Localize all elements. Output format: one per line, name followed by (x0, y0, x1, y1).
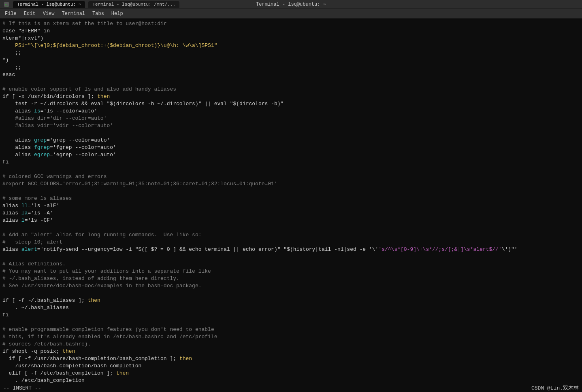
line-22: # colored GCC warnings and errors (2, 173, 580, 180)
terminal-content[interactable]: # If this is an xterm set the title to u… (0, 19, 582, 392)
line-31: # sleep 10; alert (2, 239, 580, 246)
line-6: *) (2, 57, 580, 64)
line-33 (2, 253, 580, 261)
line-1: # If this is an xterm set the title to u… (2, 20, 580, 28)
line-5: ;; (2, 49, 580, 57)
line-39: if [ -f ~/.bash_aliases ]; then (2, 297, 580, 304)
svg-text:>_: >_ (5, 3, 9, 6)
tab-1[interactable]: Terminal - lsq@ubuntu: ~ (13, 1, 85, 8)
line-11: if [ -x /usr/bin/dircolors ]; then (2, 93, 580, 100)
line-48: /usr/sha/bash-completion/bash_completion (2, 362, 580, 370)
terminal-icon: >_ (3, 1, 10, 8)
line-7: ;; (2, 64, 580, 71)
line-35: # You may want to put all your additions… (2, 268, 580, 275)
menu-help[interactable]: Help (108, 10, 126, 17)
line-10: # enable color support of ls and also ad… (2, 86, 580, 93)
line-17: alias grep='grep --color=auto' (2, 137, 580, 144)
line-4: PS1="\[\e]0;${debian_chroot:+($debian_ch… (2, 42, 580, 49)
line-43: # enable programmable completion feature… (2, 326, 580, 333)
line-40: . ~/.bash_aliases (2, 304, 580, 311)
menu-file[interactable]: File (2, 10, 20, 17)
status-mode: -- INSERT -- (3, 385, 41, 391)
line-27: alias la='ls -A' (2, 210, 580, 217)
line-8: esac (2, 71, 580, 78)
window-title: Terminal - lsq@ubuntu: ~ (256, 2, 326, 7)
line-15: #alias vdir='vdir --color=auto' (2, 122, 580, 129)
status-branding: CSDN @Lin.双木林 (531, 384, 579, 392)
line-50: . /etc/bash_completion (2, 377, 580, 384)
menu-view[interactable]: View (40, 10, 58, 17)
line-24 (2, 188, 580, 195)
line-49: elif [ -f /etc/bash_completion ]; then (2, 370, 580, 377)
menu-tabs[interactable]: Tabs (89, 10, 107, 17)
line-18: alias fgrep='fgrep --color=auto' (2, 144, 580, 151)
line-26: alias ll='ls -alF' (2, 202, 580, 210)
menu-edit[interactable]: Edit (21, 10, 39, 17)
line-36: # ~/.bash_aliases, instead of adding the… (2, 275, 580, 282)
line-46: if shopt -q posix; then (2, 348, 580, 355)
status-bar: -- INSERT -- CSDN @Lin.双木林 (0, 384, 582, 392)
line-32: alias alert='notify-send --urgency=low -… (2, 246, 580, 253)
line-29 (2, 224, 580, 231)
line-28: alias l='ls -CF' (2, 217, 580, 224)
line-30: # Add an "alert" alias for long running … (2, 231, 580, 239)
line-25: # some more ls aliases (2, 195, 580, 202)
line-23: #export GCC_COLORS='error=01;31:warning=… (2, 180, 580, 188)
titlebar-left: >_ Terminal - lsq@ubuntu: ~ Terminal - l… (3, 1, 179, 8)
line-16 (2, 129, 580, 137)
line-45: # sources /etc/bash.bashrc). (2, 341, 580, 348)
line-14: #alias dir='dir --color=auto' (2, 115, 580, 122)
line-42 (2, 319, 580, 326)
line-3: xterm*|rxvt*) (2, 35, 580, 42)
titlebar: >_ Terminal - lsq@ubuntu: ~ Terminal - l… (0, 0, 582, 9)
line-41: fi (2, 311, 580, 319)
line-21 (2, 166, 580, 173)
line-44: # this, if it's already enabled in /etc/… (2, 333, 580, 341)
line-37: # See /usr/share/doc/bash-doc/examples i… (2, 282, 580, 290)
line-12: test -r ~/.dircolors && eval "$(dircolor… (2, 100, 580, 108)
line-20: fi (2, 159, 580, 166)
line-34: # Alias definitions. (2, 261, 580, 268)
menubar: File Edit View Terminal Tabs Help (0, 9, 582, 19)
line-9 (2, 78, 580, 86)
line-47: if [ -f /usr/share/bash-completion/bash_… (2, 355, 580, 362)
tab-2[interactable]: Terminal - lsq@ubuntu: /mnt/... (88, 1, 179, 8)
line-13: alias ls='ls --color=auto' (2, 108, 580, 115)
line-19: alias egrep='egrep --color=auto' (2, 151, 580, 159)
line-2: case "$TERM" in (2, 28, 580, 35)
line-38 (2, 290, 580, 297)
menu-terminal[interactable]: Terminal (58, 10, 88, 17)
